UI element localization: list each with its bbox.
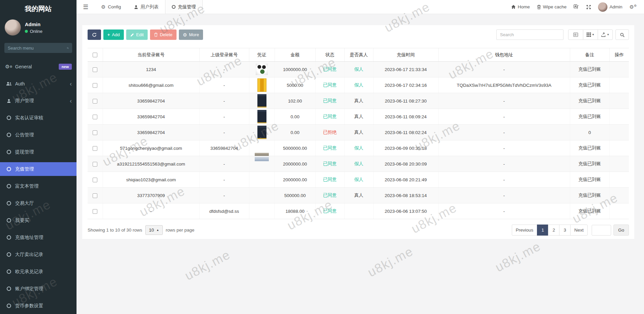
tab-充值管理[interactable]: 充值管理 <box>165 0 203 14</box>
row-checkbox[interactable] <box>93 115 97 119</box>
row-checkbox[interactable] <box>93 99 97 104</box>
translate-button[interactable] <box>574 4 579 9</box>
row-checkbox[interactable] <box>93 130 97 135</box>
voucher-image[interactable] <box>257 126 266 139</box>
row-checkbox[interactable] <box>93 162 97 167</box>
previous-page-button[interactable]: Previous <box>512 225 538 236</box>
row-select-cell <box>88 172 103 188</box>
online-dot-icon <box>25 30 28 33</box>
user-menu[interactable]: Admin <box>598 2 622 12</box>
table-row[interactable]: 1234 - 1000000.00 已同意 假人 2023-06-17 21:3… <box>88 62 629 77</box>
sidebar-item-富文本管理[interactable]: 富文本管理 <box>0 179 77 193</box>
sidebar-item-账户绑定管理[interactable]: 账户绑定管理 <box>0 282 77 296</box>
go-button[interactable]: Go <box>613 225 629 236</box>
tab-Config[interactable]: ⚙ Config <box>95 0 127 14</box>
cell-is-real: 真人 <box>344 188 373 203</box>
table-search-input[interactable] <box>496 29 563 40</box>
sidebar-item-Auth[interactable]: Auth ‹ <box>0 77 77 90</box>
wipe-cache-link[interactable]: Wipe cache <box>537 4 567 9</box>
cell-remark: 充值已到账 <box>570 77 609 93</box>
translate-icon <box>574 4 579 9</box>
row-checkbox[interactable] <box>93 178 97 182</box>
delete-button[interactable]: Delete <box>150 29 177 40</box>
page-1[interactable]: 1 <box>537 225 548 236</box>
voucher-image[interactable] <box>255 157 269 161</box>
more-button[interactable]: ⚙ More <box>179 29 203 40</box>
sidebar-item-公告管理[interactable]: 公告管理 <box>0 128 77 142</box>
row-select-cell <box>88 188 103 203</box>
settings-button[interactable]: ⚙⚙ <box>629 4 637 9</box>
table-row[interactable]: 33659842704 - 0.00 已拒绝 真人 2023-06-11 08:… <box>88 125 629 140</box>
table-row[interactable]: 571gongchenjiyao@gmail.com 33659842704 5… <box>88 140 629 156</box>
table-row[interactable]: a3192121554551563@gmail.com - 2000000.00… <box>88 156 629 172</box>
voucher-image[interactable] <box>256 64 268 75</box>
row-checkbox[interactable] <box>93 209 97 214</box>
cell-is-real: 假人 <box>344 156 373 172</box>
fullscreen-button[interactable] <box>586 5 591 9</box>
voucher-image[interactable] <box>257 94 266 108</box>
sidebar-item-我要买[interactable]: 我要买 <box>0 213 77 227</box>
search-icon <box>620 33 625 37</box>
column-header: 钱包地址 <box>438 48 570 62</box>
voucher-image[interactable] <box>255 153 269 156</box>
page-2[interactable]: 2 <box>548 225 559 236</box>
sidebar-item-实名认证审核[interactable]: 实名认证审核 <box>0 111 77 125</box>
sidebar-item-交易大厅[interactable]: 交易大厅 <box>0 196 77 210</box>
cell-wallet-address: - <box>438 93 570 109</box>
row-checkbox[interactable] <box>93 83 97 88</box>
edit-button[interactable]: Edit <box>126 29 148 40</box>
voucher-image[interactable] <box>257 110 266 123</box>
sidebar-item-充值地址管理[interactable]: 充值地址管理 <box>0 231 77 244</box>
edit-label: Edit <box>136 32 144 37</box>
sidebar-item-label: 充值地址管理 <box>15 235 43 241</box>
sidebar-item-大厅卖出记录[interactable]: 大厅卖出记录 <box>0 248 77 261</box>
table-row[interactable]: 33773707909 - 500000.00 已同意 真人 2023-06-0… <box>88 188 629 203</box>
cell-recharge-time: 2023-06-08 20:21:49 <box>373 172 438 188</box>
search-button[interactable] <box>615 29 629 40</box>
page-jump-input[interactable] <box>592 225 611 236</box>
sidebar-item-欧元承兑记录[interactable]: 欧元承兑记录 <box>0 265 77 278</box>
columns-button[interactable]: ▼ <box>583 29 598 40</box>
hamburger-icon[interactable]: ☰ <box>77 3 95 11</box>
home-link[interactable]: Home <box>511 4 530 9</box>
page-size-dropdown[interactable]: 10 ▲ <box>145 225 163 235</box>
refresh-button[interactable] <box>88 29 101 40</box>
table-row[interactable]: - dfdsfsd@sd.ss 18088.00 已同意 2023-06-06 … <box>88 203 629 219</box>
detail-view-button[interactable] <box>568 29 583 40</box>
home-icon <box>511 5 516 9</box>
tab-用户列表[interactable]: 用户列表 <box>128 0 165 14</box>
cell-actions <box>609 62 629 77</box>
cell-recharge-time: 2023-06-08 20:30:09 <box>373 156 438 172</box>
sidebar-item-提现管理[interactable]: 提现管理 <box>0 145 77 159</box>
add-label: Add <box>112 32 120 37</box>
cell-actions <box>609 77 629 93</box>
select-all-checkbox[interactable] <box>93 53 97 57</box>
chevron-left-icon: ‹ <box>70 98 72 104</box>
table-row[interactable]: shitou666@gmail.com - 5000.00 已同意 假人 202… <box>88 77 629 93</box>
table-row[interactable]: 33659842704 - 102.00 已同意 真人 2023-06-11 0… <box>88 93 629 109</box>
voucher-image[interactable] <box>257 78 266 92</box>
cell-status: 已同意 <box>315 172 344 188</box>
cell-is-real: 假人 <box>344 140 373 156</box>
cell-voucher <box>249 109 275 125</box>
table-row[interactable]: shiqiao1023@gmail.com - 2000000.00 已同意 假… <box>88 172 629 188</box>
cell-wallet-address: - <box>438 188 570 203</box>
page-3[interactable]: 3 <box>559 225 571 236</box>
sidebar-item-用户管理[interactable]: 用户管理 ‹ <box>0 94 77 108</box>
sidebar-search-input[interactable] <box>8 46 67 51</box>
caret-down-icon: ▼ <box>592 33 595 36</box>
pagination: Previous123Next <box>512 225 588 236</box>
sidebar-item-label: 我要买 <box>15 217 29 224</box>
row-checkbox[interactable] <box>93 146 97 151</box>
sidebar-item-General[interactable]: ⚙⚙ General new <box>0 60 77 73</box>
sidebar-item-充值管理[interactable]: 充值管理 <box>0 162 77 176</box>
row-checkbox[interactable] <box>93 67 97 72</box>
showing-label: Showing 1 to 10 of 30 rows <box>88 228 142 233</box>
export-button[interactable]: ▼ <box>598 29 613 40</box>
next-page-button[interactable]: Next <box>570 225 588 236</box>
add-button[interactable]: + Add <box>103 29 124 40</box>
cell-recharge-time: 2023-06-11 08:27:30 <box>373 93 438 109</box>
table-row[interactable]: 33659842704 - 0.00 已同意 真人 2023-06-11 08:… <box>88 109 629 125</box>
row-checkbox[interactable] <box>93 193 97 198</box>
sidebar-item-货币参数设置[interactable]: 货币参数设置 <box>0 299 77 313</box>
